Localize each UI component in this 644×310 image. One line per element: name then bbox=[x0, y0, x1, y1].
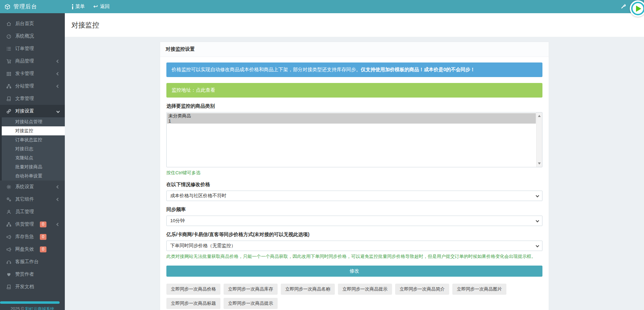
sidebar-item-15[interactable]: 客服工作台 bbox=[0, 255, 65, 268]
sidebar-item-label: 系统设置 bbox=[15, 184, 34, 190]
submenu-item-6[interactable]: 批量对接商品 bbox=[2, 162, 65, 171]
sidebar-item-label: 员工管理 bbox=[15, 209, 34, 215]
sidebar-item-label: 开发文档 bbox=[15, 284, 34, 290]
wrench-icon bbox=[620, 4, 626, 9]
count-badge: 0 bbox=[40, 221, 46, 227]
submenu-item-4[interactable]: 对接日志 bbox=[2, 144, 65, 153]
wrench-button[interactable] bbox=[620, 0, 626, 13]
chevron-left-icon bbox=[56, 59, 60, 63]
top-bar: 管理后台 菜单 ↩ 返回 bbox=[0, 0, 644, 13]
sidebar-item-13[interactable]: 库存告急0 bbox=[0, 231, 65, 243]
sidebar-item-4[interactable]: 商品管理 bbox=[0, 55, 65, 67]
sidebar-item-label: 赞赏作者 bbox=[15, 271, 34, 277]
sidebar-scrollbar-thumb[interactable] bbox=[0, 301, 60, 304]
sidebar-item-label: 网盘失效 bbox=[15, 246, 34, 252]
submenu-item-1[interactable]: 对接站点管理 bbox=[2, 117, 65, 126]
sync-button-6[interactable]: 立即同步一次商品图片 bbox=[452, 284, 506, 295]
frequency-label: 同步频率 bbox=[166, 207, 542, 213]
sidebar-item-7[interactable]: 文章管理 bbox=[0, 92, 65, 105]
sidebar-item-1[interactable]: 后台首页 bbox=[0, 17, 65, 30]
count-badge: 0 bbox=[40, 246, 46, 252]
scroll-down-icon[interactable] bbox=[538, 162, 541, 165]
chevron-left-icon bbox=[56, 84, 60, 88]
chevron-down-icon bbox=[536, 219, 539, 223]
monitor-address-label: 监控地址： bbox=[172, 87, 196, 93]
sidebar-item-3[interactable]: 订单管理 bbox=[0, 42, 65, 55]
sync-button-1[interactable]: 立即同步一次商品价格 bbox=[166, 284, 220, 295]
book-icon bbox=[6, 284, 11, 290]
submenu-item-7[interactable]: 自动补单设置 bbox=[2, 171, 65, 181]
chevron-left-icon bbox=[56, 72, 60, 75]
copyright-prefix: 2025 © bbox=[10, 307, 24, 310]
sitemap-icon bbox=[6, 83, 11, 89]
sidebar-item-11[interactable]: 员工管理 bbox=[0, 206, 65, 218]
sidebar: 后台首页系统概况订单管理商品管理发卡管理分站管理文章管理对接设置对接站点管理对接… bbox=[0, 13, 65, 310]
brand-title: 管理后台 bbox=[14, 3, 37, 10]
submenu: 对接站点管理对接监控订单状态监控对接日志克隆站点批量对接商品自动补单设置 bbox=[0, 117, 65, 181]
sidebar-item-16[interactable]: 赞赏作者 bbox=[0, 268, 65, 280]
condition-label: 在以下情况修改价格 bbox=[166, 182, 542, 188]
submenu-item-5[interactable]: 克隆站点 bbox=[2, 153, 65, 162]
condition-select[interactable]: 成本价格与社区价格不符时 bbox=[166, 191, 542, 201]
cube-icon bbox=[5, 4, 10, 10]
megaphone-icon bbox=[6, 234, 11, 240]
sync-buttons-row: 立即同步一次商品价格立即同步一次商品库存立即同步一次商品名称立即同步一次商品提示… bbox=[166, 284, 542, 309]
megaphone-icon bbox=[6, 246, 11, 252]
sync-button-2[interactable]: 立即同步一次商品库存 bbox=[224, 284, 278, 295]
info-alert: 价格监控可以实现自动修改商品成本价格和商品上下架，部分对接类型还支持库存同步。仅… bbox=[166, 62, 542, 77]
sync-button-4[interactable]: 立即同步一次商品提示 bbox=[338, 284, 392, 295]
play-icon bbox=[631, 2, 644, 15]
sidebar-item-label: 文章管理 bbox=[15, 95, 34, 102]
settings-card: 对接监控设置 价格监控可以实现自动修改商品成本价格和商品上下架，部分对接类型还支… bbox=[160, 42, 549, 310]
gear-icon bbox=[6, 184, 11, 190]
sidebar-item-17[interactable]: 开发文档 bbox=[0, 280, 65, 293]
monitor-address-link[interactable]: 点此查看 bbox=[196, 87, 215, 93]
frequency-select-value: 10分钟 bbox=[170, 218, 185, 224]
copyright-link[interactable]: 彩虹云商城系统 bbox=[25, 307, 54, 310]
sidebar-item-14[interactable]: 网盘失效0 bbox=[0, 243, 65, 255]
submenu-item-2[interactable]: 对接监控 bbox=[2, 126, 65, 135]
sidebar-item-label: 订单管理 bbox=[15, 45, 34, 52]
sidebar-item-label: 分站管理 bbox=[15, 83, 34, 89]
sync-button-5[interactable]: 立即同步一次商品简介 bbox=[395, 284, 449, 295]
top-nav: 菜单 ↩ 返回 bbox=[68, 0, 114, 13]
headset-icon bbox=[6, 259, 11, 265]
submenu-item-3[interactable]: 订单状态监控 bbox=[2, 135, 65, 144]
sidebar-item-8[interactable]: 对接设置 bbox=[0, 105, 65, 117]
submit-button[interactable]: 修改 bbox=[166, 266, 542, 277]
info-alert-text: 价格监控可以实现自动修改商品成本价格和商品上下架，部分对接类型还支持库存同步。 bbox=[172, 67, 361, 72]
link-icon bbox=[6, 108, 11, 114]
category-hint: 按住Ctrl键可多选 bbox=[166, 170, 542, 176]
sync-button-8[interactable]: 立即同步一次商品提示 bbox=[224, 298, 278, 309]
sync-button-3[interactable]: 立即同步一次商品名称 bbox=[281, 284, 335, 295]
method-select-value: 下单同时同步价格（无需监控） bbox=[170, 243, 236, 249]
frequency-select[interactable]: 10分钟 bbox=[166, 216, 542, 226]
sync-button-7[interactable]: 立即同步一次商品标题 bbox=[166, 298, 220, 309]
user-icon bbox=[6, 209, 11, 215]
sidebar-item-label: 对接设置 bbox=[15, 108, 34, 114]
gauge-icon bbox=[6, 33, 11, 39]
video-player-logo[interactable] bbox=[630, 0, 644, 17]
sidebar-item-2[interactable]: 系统概况 bbox=[0, 30, 65, 42]
category-listbox[interactable]: 未分类商品1 bbox=[166, 112, 542, 167]
sidebar-item-9[interactable]: 系统设置 bbox=[0, 181, 65, 193]
sidebar-item-10[interactable]: 其它组件 bbox=[0, 193, 65, 206]
menu-button[interactable]: 菜单 bbox=[68, 0, 89, 13]
sidebar-item-label: 库存告急 bbox=[15, 234, 34, 240]
category-option-2[interactable]: 1 bbox=[167, 118, 536, 124]
count-badge: 0 bbox=[40, 234, 46, 240]
sidebar-item-5[interactable]: 发卡管理 bbox=[0, 67, 65, 80]
sitemap-icon bbox=[6, 221, 11, 227]
sidebar-item-label: 商品管理 bbox=[15, 58, 34, 64]
scroll-up-icon[interactable] bbox=[538, 115, 541, 117]
menu-icon bbox=[72, 4, 73, 9]
category-option-1[interactable]: 未分类商品 bbox=[167, 113, 536, 118]
sidebar-item-12[interactable]: 供货管理0 bbox=[0, 218, 65, 231]
method-select[interactable]: 下单同时同步价格（无需监控） bbox=[166, 241, 542, 251]
sidebar-nav: 后台首页系统概况订单管理商品管理发卡管理分站管理文章管理对接设置对接站点管理对接… bbox=[0, 13, 65, 293]
info-alert-bold: 仅支持使用加价模板的商品！成本价是0的不会同步！ bbox=[361, 67, 475, 72]
back-button[interactable]: ↩ 返回 bbox=[89, 0, 114, 13]
category-options: 未分类商品1 bbox=[167, 113, 536, 124]
listbox-scrollbar[interactable] bbox=[536, 112, 542, 167]
sidebar-item-6[interactable]: 分站管理 bbox=[0, 80, 65, 92]
